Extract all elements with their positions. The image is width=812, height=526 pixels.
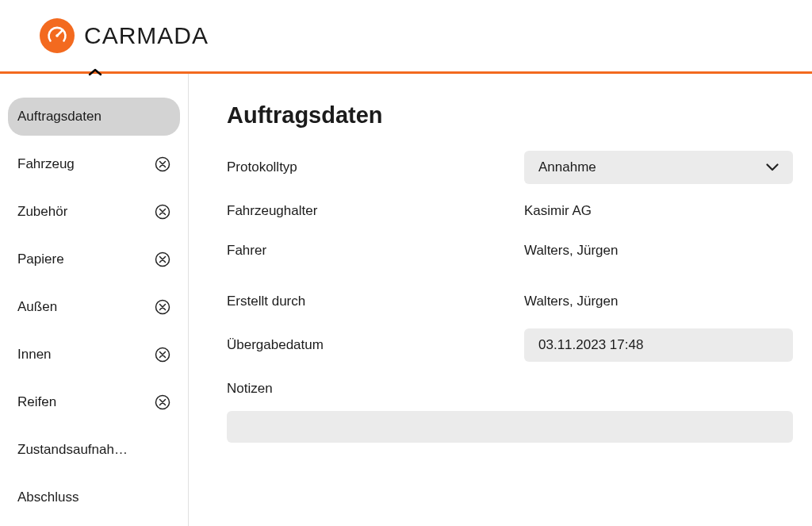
label-fahrer: Fahrer [227, 243, 524, 259]
uebergabedatum-field[interactable]: 03.11.2023 17:48 [524, 328, 793, 362]
circle-x-icon [155, 204, 170, 220]
main: Auftragsdaten Fahrzeug Zubehör Papiere A… [0, 74, 812, 526]
sidebar-item-label: Zustandsaufnah… [17, 442, 128, 458]
circle-x-icon [155, 299, 170, 315]
sidebar-item-label: Außen [17, 299, 57, 315]
sidebar-item-label: Abschluss [17, 490, 79, 505]
page-title: Auftragsdaten [227, 102, 793, 129]
chevron-down-icon [766, 159, 779, 175]
sidebar-item-label: Innen [17, 347, 52, 363]
value-fahrzeughalter: Kasimir AG [524, 203, 592, 219]
content: Auftragsdaten Protokolltyp Annahme Fahrz… [189, 74, 812, 526]
sidebar-item-papiere[interactable]: Papiere [8, 240, 180, 278]
notes-section: Notizen [227, 381, 793, 443]
sidebar-item-abschluss[interactable]: Abschluss [8, 478, 180, 516]
value-erstellt-durch: Walters, Jürgen [524, 294, 618, 309]
sidebar: Auftragsdaten Fahrzeug Zubehör Papiere A… [0, 74, 189, 526]
protokolltyp-dropdown[interactable]: Annahme [524, 151, 793, 184]
row-erstellt-durch: Erstellt durch Walters, Jürgen [227, 289, 793, 314]
sidebar-item-label: Reifen [17, 394, 56, 410]
collapse-sidebar-handle[interactable] [86, 68, 105, 76]
circle-x-icon [155, 251, 170, 267]
value-fahrer: Walters, Jürgen [524, 243, 618, 259]
label-erstellt-durch: Erstellt durch [227, 294, 524, 309]
sidebar-item-zubehoer[interactable]: Zubehör [8, 193, 180, 231]
label-notizen: Notizen [227, 381, 793, 397]
header: CARMADA [0, 0, 812, 71]
date-value: 03.11.2023 17:48 [538, 337, 643, 353]
label-fahrzeughalter: Fahrzeughalter [227, 203, 524, 219]
sidebar-item-fahrzeug[interactable]: Fahrzeug [8, 145, 180, 183]
sidebar-item-label: Papiere [17, 251, 64, 267]
notizen-input[interactable] [227, 411, 793, 443]
label-uebergabedatum: Übergabedatum [227, 337, 524, 353]
circle-x-icon [155, 156, 170, 172]
row-fahrer: Fahrer Walters, Jürgen [227, 238, 793, 263]
sidebar-item-label: Auftragsdaten [17, 109, 102, 125]
sidebar-item-zustandsaufnahme[interactable]: Zustandsaufnah… [8, 431, 180, 469]
label-protokolltyp: Protokolltyp [227, 159, 524, 175]
circle-x-icon [155, 394, 170, 410]
row-fahrzeughalter: Fahrzeughalter Kasimir AG [227, 198, 793, 224]
sidebar-item-reifen[interactable]: Reifen [8, 383, 180, 421]
brand-name: CARMADA [84, 22, 209, 49]
sidebar-item-auftragsdaten[interactable]: Auftragsdaten [8, 98, 180, 136]
svg-point-1 [56, 34, 59, 37]
sidebar-item-label: Zubehör [17, 204, 67, 220]
brand-gauge-icon [40, 18, 75, 53]
row-uebergabedatum: Übergabedatum 03.11.2023 17:48 [227, 328, 793, 362]
logo: CARMADA [40, 18, 209, 53]
dropdown-value: Annahme [538, 159, 596, 175]
circle-x-icon [155, 347, 170, 363]
sidebar-item-label: Fahrzeug [17, 156, 75, 172]
sidebar-item-aussen[interactable]: Außen [8, 288, 180, 326]
sidebar-item-innen[interactable]: Innen [8, 336, 180, 374]
row-protokolltyp: Protokolltyp Annahme [227, 151, 793, 184]
